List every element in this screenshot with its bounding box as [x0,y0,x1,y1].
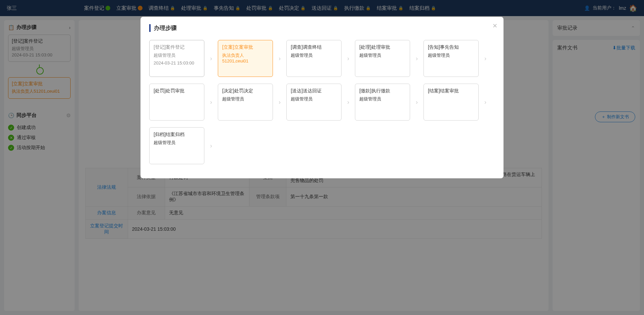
chevron-right-icon: › [204,99,218,106]
flow-node-title: [处罚]处罚审批 [154,88,200,94]
flow-item: [结案]结案审批› [424,84,492,121]
flow-node[interactable]: [决定]处罚决定超级管理员 [218,84,273,121]
flow-node-title: [决定]处罚决定 [222,88,269,94]
chevron-right-icon: › [410,55,424,62]
flow-item: [调查]调查终结超级管理员› [286,40,355,77]
flow-node-assignee: 超级管理员 [154,52,200,58]
flow-node-assignee: 超级管理员 [428,52,474,58]
flow-item: [缴款]执行缴款超级管理员› [355,84,424,121]
flow-node-assignee: 超级管理员 [359,96,406,102]
flow-node-assignee: 超级管理员 [291,52,337,58]
modal-mask[interactable]: ✕ 办理步骤 [登记]案件登记超级管理员2024-03-21 15:03:00›… [0,0,644,315]
flow-node-title: [登记]案件登记 [154,44,200,50]
chevron-right-icon: › [410,99,424,106]
modal-title: 办理步骤 [149,24,495,32]
flow-node-assignee: 超级管理员 [291,96,337,102]
flow-item: [登记]案件登记超级管理员2024-03-21 15:03:00› [149,40,218,77]
flow-node-title: [告知]事先告知 [428,44,474,50]
flow-item: [告知]事先告知超级管理员› [424,40,492,77]
flow-node-assignee: 执法负责人51201,ceui01 [222,52,269,63]
close-icon[interactable]: ✕ [492,22,497,30]
flow-item: [归档]结案归档超级管理员› [149,127,218,164]
flow-node[interactable]: [缴款]执行缴款超级管理员 [355,84,410,121]
chevron-right-icon: › [204,142,218,149]
flow-node[interactable]: [立案]立案审批执法负责人51201,ceui01 [218,40,273,77]
flow-node-title: [处理]处理审批 [359,44,406,50]
flow-item: [处理]处理审批超级管理员› [355,40,424,77]
flow-node[interactable]: [处罚]处罚审批 [149,84,204,121]
flow-node[interactable]: [送达]送达回证超级管理员 [286,84,341,121]
chevron-right-icon: › [479,55,492,62]
flow-node-title: [送达]送达回证 [291,88,337,94]
flow-node[interactable]: [登记]案件登记超级管理员2024-03-21 15:03:00 [149,40,204,77]
flow-item: [处罚]处罚审批› [149,84,218,121]
flow-node-assignee: 超级管理员 [222,96,269,102]
flow-node-title: [调查]调查终结 [291,44,337,50]
flow-node[interactable]: [归档]结案归档超级管理员 [149,127,204,164]
flow-node-assignee: 超级管理员 [154,140,200,146]
flow-node-assignee: 超级管理员 [359,52,406,58]
chevron-right-icon: › [341,99,355,106]
flow-item: [立案]立案审批执法负责人51201,ceui01› [218,40,286,77]
flow-item: [决定]处罚决定超级管理员› [218,84,286,121]
chevron-right-icon: › [479,99,492,106]
flow-node-title: [结案]结案审批 [428,88,474,94]
flow-node[interactable]: [告知]事先告知超级管理员 [424,40,479,77]
workflow-grid: [登记]案件登记超级管理员2024-03-21 15:03:00›[立案]立案审… [149,40,495,171]
chevron-right-icon: › [273,99,286,106]
chevron-right-icon: › [341,55,355,62]
flow-node-title: [立案]立案审批 [222,44,269,50]
flow-node-title: [缴款]执行缴款 [359,88,406,94]
chevron-right-icon: › [273,55,286,62]
flow-item: [送达]送达回证超级管理员› [286,84,355,121]
flow-node[interactable]: [结案]结案审批 [424,84,479,121]
flow-node-title: [归档]结案归档 [154,132,200,138]
steps-modal: ✕ 办理步骤 [登记]案件登记超级管理员2024-03-21 15:03:00›… [140,17,504,178]
flow-node[interactable]: [处理]处理审批超级管理员 [355,40,410,77]
flow-node[interactable]: [调查]调查终结超级管理员 [286,40,341,77]
flow-node-date: 2024-03-21 15:03:00 [154,60,200,65]
chevron-right-icon: › [204,55,218,62]
